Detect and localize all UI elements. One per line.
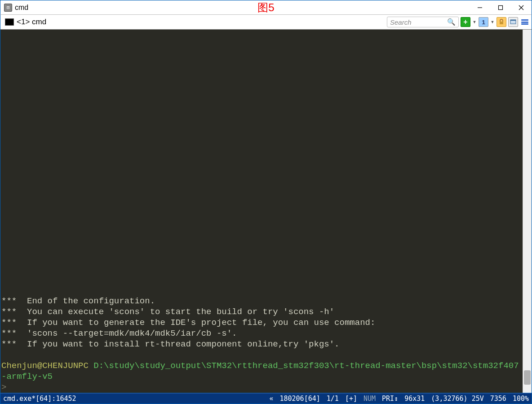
status-zoom: 100% [513,395,529,403]
overlay-label: 图5 [257,0,274,15]
status-plus: [+] [345,395,357,403]
terminal-line: *** 'scons --target=mdk/mdk4/mdk5/iar/cb… [1,328,522,339]
search-icon: 🔍 [447,18,456,26]
svg-rect-4 [500,22,503,24]
status-memory: 7356 [490,395,506,403]
maximize-button[interactable] [490,1,511,14]
terminal-container: *** End of the configuration. *** You ca… [0,30,532,393]
status-bar: cmd.exe*[64]:16452 « 180206[64] 1/1 [+] … [0,393,532,404]
status-position: 1/1 [327,395,339,403]
tab-label: <1> cmd [17,18,46,27]
search-placeholder: Search [390,18,412,26]
terminal-icon [5,18,14,26]
terminal-line: *** You can execute 'scons' to start the… [1,306,522,317]
scrollbar[interactable] [523,30,532,393]
prompt-caret: > [1,382,6,392]
svg-rect-6 [510,20,516,21]
minimize-button[interactable] [470,1,490,14]
new-console-dropdown[interactable]: ▼ [472,20,477,24]
terminal-prompt-line: Chenjun@CHENJUNPC D:\study\study_output\… [1,360,522,382]
svg-rect-1 [499,5,503,9]
status-numlock: NUM [364,395,376,403]
search-input[interactable]: Search 🔍 [387,17,459,27]
view-dropdown[interactable]: ▼ [490,20,495,24]
terminal-line: *** If you want to generate the IDE's pr… [1,317,522,328]
fullscreen-icon[interactable] [508,17,518,27]
status-process: cmd.exe*[64]:16452 [3,395,76,403]
status-priority: PRI↕ [382,395,398,403]
terminal-line: *** End of the configuration. [1,296,522,306]
view-button[interactable]: 1 [479,17,488,27]
terminal-caret-line: > [1,382,522,393]
prompt-user: Chenjun@CHENJUNPC [1,361,93,371]
toolbar: <1> cmd Search 🔍 + ▼ 1 ▼ [0,14,532,30]
new-console-button[interactable]: + [461,17,470,27]
terminal-line: *** If you want to install rt-thread com… [1,339,522,350]
status-chevrons: « [269,395,273,403]
status-buffer: 180206[64] [279,395,320,403]
status-size: 96x31 [404,395,425,403]
window-controls [470,1,532,14]
hamburger-menu-icon[interactable] [520,17,530,27]
window-titlebar: ⊡ cmd 图5 [0,0,532,14]
console-tab[interactable]: <1> cmd [2,17,49,27]
lock-icon[interactable] [497,17,506,27]
terminal[interactable]: *** End of the configuration. *** You ca… [0,30,523,393]
status-cursor: (3,32766) 25V [431,395,483,403]
app-icon: ⊡ [4,4,12,12]
window-title: cmd [15,4,28,12]
scrollbar-thumb[interactable] [524,370,531,385]
close-button[interactable] [511,1,532,14]
terminal-blank-line [1,350,522,360]
